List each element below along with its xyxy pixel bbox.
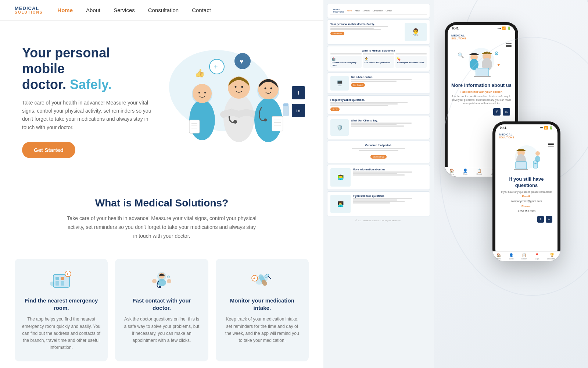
navbar: MEDICAL SOLUTIONS Home About Services Co… <box>0 0 323 21</box>
doctor-icon: ⚙ <box>149 269 175 291</box>
svg-rect-34 <box>61 277 64 280</box>
phone-facebook-1[interactable]: f <box>493 108 501 116</box>
phone-nav-maps-1[interactable]: 📍 Maps <box>491 169 495 174</box>
phone-nav-clinic-2[interactable]: 👤 Clinic <box>509 253 513 258</box>
nav-item-contact[interactable]: Contact <box>192 7 211 14</box>
svg-rect-67 <box>516 162 527 169</box>
preview-questions: 👨‍💻 If you still have questions <box>327 191 430 216</box>
phone-social-2: f in <box>499 216 554 223</box>
svg-text:+: + <box>67 272 68 276</box>
phone-screen-2: 9:41 ▪▪▪ 📶 🔋 MEDICALSOLUTIONS <box>495 124 557 258</box>
svg-rect-29 <box>283 105 289 116</box>
phone-social-1: f in <box>451 108 512 116</box>
website-previews: MEDICALSOLUTIONS Home About Services Con… <box>323 0 434 368</box>
phone-hamburger-1[interactable] <box>506 43 512 47</box>
svg-rect-69 <box>533 161 538 168</box>
card-emergency-desc: The app helps you find the nearest emerg… <box>22 316 100 351</box>
svg-point-22 <box>258 79 279 99</box>
svg-point-66 <box>516 154 526 166</box>
svg-text:♥: ♥ <box>240 58 244 65</box>
preview-nav: MEDICALSOLUTIONS Home About Services Con… <box>327 4 430 18</box>
nav-item-about[interactable]: About <box>86 7 100 14</box>
phone-nav-maps-2[interactable]: 📍 Maps <box>535 253 539 258</box>
nav-links: Home About Services Consultation Contact <box>57 7 211 14</box>
svg-text:⚙: ⚙ <box>494 50 499 56</box>
preview-clients: 🛡️ What Our Clients Say. <box>327 116 430 139</box>
svg-point-23 <box>265 88 266 89</box>
phone-section-title-1: More information about us <box>451 82 512 89</box>
doctor-illustration: ♥ + 👍 <box>158 46 298 157</box>
main-content: MEDICAL SOLUTIONS Home About Services Co… <box>0 0 323 368</box>
preview-hero: Your personal mobile doctor. Safely. Get… <box>327 20 430 45</box>
logo-bottom: SOLUTIONS <box>15 11 43 14</box>
card-medication-title: Monitor your medication intake. <box>223 297 301 311</box>
phone-nav-trophy-2[interactable]: 🏆 Leaderbo... <box>547 253 556 258</box>
phone-linkedin-2[interactable]: in <box>546 216 552 223</box>
phone-status-bar-1: 9:41 ▪▪▪ 📶 🔋 <box>448 25 515 32</box>
nav-item-home[interactable]: Home <box>57 7 73 14</box>
svg-text:👍: 👍 <box>195 68 205 78</box>
svg-point-71 <box>535 156 540 162</box>
phone-illustration-2 <box>499 142 554 174</box>
svg-text:♥: ♥ <box>497 62 500 67</box>
nav-item-services[interactable]: Services <box>114 7 135 14</box>
card-medication: + Monitor your medication intake. Keep t… <box>216 259 309 361</box>
svg-text:🔍: 🔍 <box>458 52 464 59</box>
card-doctor-title: Fast contact with your doctor. <box>122 297 201 311</box>
svg-point-45 <box>167 279 171 283</box>
svg-rect-30 <box>283 103 288 106</box>
preview-advice: 🖥️ Get advice online. Get Started <box>327 72 430 94</box>
phone-mockup-2: 9:41 ▪▪▪ 📶 🔋 MEDICALSOLUTIONS <box>492 121 560 261</box>
phone-logo-1: MEDICALSOLUTIONS <box>451 34 512 40</box>
svg-rect-63 <box>474 76 491 77</box>
card-emergency: + Find the nearest emergency room. The a… <box>15 259 108 361</box>
card-emergency-title: Find the nearest emergency room. <box>22 297 100 311</box>
logo[interactable]: MEDICAL SOLUTIONS <box>15 6 43 14</box>
phone-screen-1: 9:41 ▪▪▪ 📶 🔋 MEDICALSOLUTIONS <box>448 25 515 174</box>
svg-point-19 <box>233 120 237 124</box>
medication-icon: + <box>249 269 275 291</box>
svg-text:+: + <box>253 276 255 280</box>
phone-section-desc-1: Ask the doctor questions online, this is… <box>451 95 512 105</box>
phone-linkedin-1[interactable]: in <box>503 108 510 116</box>
svg-rect-62 <box>476 68 489 76</box>
svg-rect-35 <box>55 281 59 286</box>
svg-text:⚙: ⚙ <box>167 275 170 279</box>
svg-point-65 <box>517 149 525 156</box>
preview-trial: Get a free trial period. Download App <box>327 141 430 163</box>
phone-mockup-1: 9:41 ▪▪▪ 📶 🔋 MEDICALSOLUTIONS <box>445 22 518 177</box>
get-started-button[interactable]: Get Started <box>22 142 75 158</box>
svg-rect-68 <box>514 169 528 170</box>
card-doctor-desc: Ask the doctor questions online, this is… <box>122 316 201 344</box>
svg-rect-10 <box>189 120 200 133</box>
preview-what-is: What is Medical Solutions? 🏥 Find the ne… <box>327 46 430 71</box>
phone-header-1: MEDICALSOLUTIONS <box>448 32 515 40</box>
svg-point-56 <box>470 59 478 70</box>
phone-facebook-2[interactable]: f <box>537 216 544 223</box>
svg-point-43 <box>159 286 161 288</box>
phone-nav-home-2[interactable]: 🏠 Home <box>496 253 501 258</box>
svg-rect-51 <box>265 274 269 279</box>
phone-section-desc-2: If you have any questions please contact… <box>499 190 554 194</box>
svg-rect-33 <box>55 277 59 280</box>
phone-logo-2: MEDICALSOLUTIONS <box>499 133 554 139</box>
svg-point-9 <box>204 92 206 93</box>
phone-nav-trophy-1[interactable]: 🏆 Leaderbo... <box>504 169 513 174</box>
svg-point-64 <box>515 145 538 169</box>
svg-point-44 <box>152 279 157 283</box>
phone-hamburger-2[interactable] <box>548 143 554 146</box>
nav-item-consultation[interactable]: Consultation <box>148 7 179 14</box>
phone-nav-report-2[interactable]: 📋 Report <box>521 253 527 258</box>
hero-text: Your personal mobile doctor. Safely. Tak… <box>22 45 154 158</box>
phone-nav-report-1[interactable]: 📋 Report <box>476 169 482 174</box>
svg-point-24 <box>270 88 272 89</box>
phones-panel: 9:41 ▪▪▪ 📶 🔋 MEDICALSOLUTIONS <box>434 0 588 368</box>
phone-nav-clinic-1[interactable]: 👤 Clinic <box>463 169 467 174</box>
preview-more-info: 👨‍💻 More information about us <box>327 165 430 190</box>
svg-point-31 <box>264 118 267 121</box>
card-doctor: ⚙ Fast contact with your doctor. Ask the… <box>115 259 208 361</box>
feature-cards: + Find the nearest emergency room. The a… <box>0 248 323 368</box>
phone-content-1: ⚙ 🔍 ♥ More information about us Fast con… <box>448 40 515 118</box>
phone-nav-home-1[interactable]: 🏠 Home <box>449 169 454 174</box>
phone-content-2: If you still have questions If you have … <box>495 139 557 226</box>
